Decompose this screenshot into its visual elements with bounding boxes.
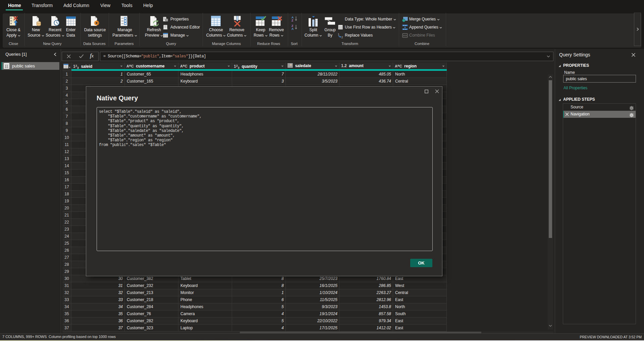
svg-text:A: A <box>291 27 294 31</box>
svg-text:2: 2 <box>341 36 343 39</box>
svg-text:Z: Z <box>291 19 293 22</box>
